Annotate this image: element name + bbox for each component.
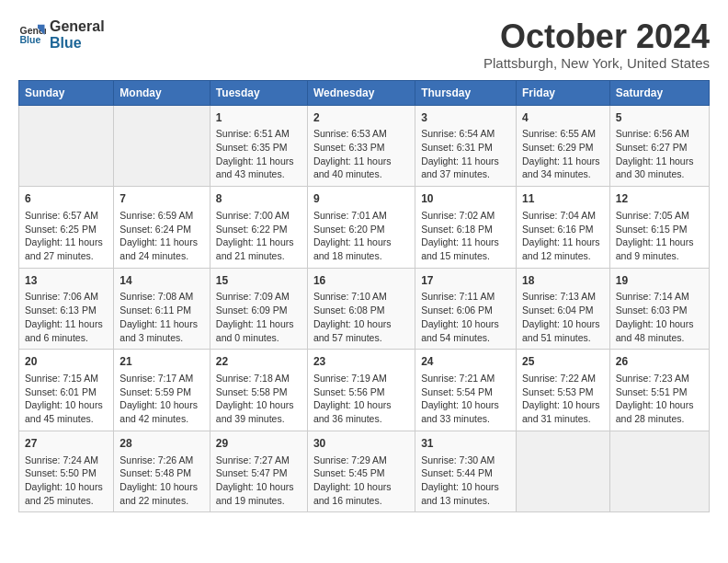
day-number: 30 [313,436,409,452]
calendar-cell: 12Sunrise: 7:05 AM Sunset: 6:15 PM Dayli… [609,187,709,269]
cell-content: Sunrise: 7:30 AM Sunset: 5:44 PM Dayligh… [421,454,510,508]
calendar-cell: 31Sunrise: 7:30 AM Sunset: 5:44 PM Dayli… [415,431,517,512]
cell-content: Sunrise: 7:13 AM Sunset: 6:04 PM Dayligh… [522,290,604,344]
svg-text:Blue: Blue [20,34,41,45]
calendar-week-row: 6Sunrise: 6:57 AM Sunset: 6:25 PM Daylig… [19,187,710,269]
day-number: 4 [522,110,604,126]
day-number: 3 [421,110,510,126]
calendar-cell [114,105,210,187]
calendar-cell: 23Sunrise: 7:19 AM Sunset: 5:56 PM Dayli… [307,350,415,431]
cell-content: Sunrise: 7:19 AM Sunset: 5:56 PM Dayligh… [313,372,409,426]
day-number: 26 [616,354,703,370]
calendar-cell: 5Sunrise: 6:56 AM Sunset: 6:27 PM Daylig… [609,105,709,187]
day-number: 2 [313,110,409,126]
day-of-week-header: Saturday [609,80,709,105]
cell-content: Sunrise: 7:08 AM Sunset: 6:11 PM Dayligh… [119,290,204,344]
day-number: 5 [616,110,703,126]
calendar-cell: 26Sunrise: 7:23 AM Sunset: 5:51 PM Dayli… [609,350,709,431]
cell-content: Sunrise: 6:55 AM Sunset: 6:29 PM Dayligh… [522,127,604,181]
cell-content: Sunrise: 7:05 AM Sunset: 6:15 PM Dayligh… [616,209,703,263]
day-number: 7 [119,191,204,207]
calendar-cell: 14Sunrise: 7:08 AM Sunset: 6:11 PM Dayli… [114,268,210,350]
day-of-week-header: Thursday [415,80,517,105]
cell-content: Sunrise: 7:02 AM Sunset: 6:18 PM Dayligh… [421,209,510,263]
day-number: 8 [216,191,301,207]
cell-content: Sunrise: 6:51 AM Sunset: 6:35 PM Dayligh… [216,127,301,181]
cell-content: Sunrise: 7:24 AM Sunset: 5:50 PM Dayligh… [25,454,108,508]
calendar-cell [19,105,114,187]
day-number: 23 [313,354,409,370]
calendar-cell: 2Sunrise: 6:53 AM Sunset: 6:33 PM Daylig… [307,105,415,187]
calendar-cell: 16Sunrise: 7:10 AM Sunset: 6:08 PM Dayli… [307,268,415,350]
calendar-cell: 3Sunrise: 6:54 AM Sunset: 6:31 PM Daylig… [415,105,517,187]
day-of-week-header: Monday [114,80,210,105]
day-of-week-header: Sunday [19,80,114,105]
calendar-week-row: 1Sunrise: 6:51 AM Sunset: 6:35 PM Daylig… [19,105,710,187]
day-number: 22 [216,354,301,370]
cell-content: Sunrise: 7:10 AM Sunset: 6:08 PM Dayligh… [313,290,409,344]
cell-content: Sunrise: 7:26 AM Sunset: 5:48 PM Dayligh… [119,454,204,508]
calendar-cell: 8Sunrise: 7:00 AM Sunset: 6:22 PM Daylig… [210,187,307,269]
calendar-cell: 22Sunrise: 7:18 AM Sunset: 5:58 PM Dayli… [210,350,307,431]
logo: General Blue General Blue [18,18,105,51]
calendar-cell: 1Sunrise: 6:51 AM Sunset: 6:35 PM Daylig… [210,105,307,187]
day-number: 20 [25,354,108,370]
cell-content: Sunrise: 7:15 AM Sunset: 6:01 PM Dayligh… [25,372,108,426]
calendar-cell: 24Sunrise: 7:21 AM Sunset: 5:54 PM Dayli… [415,350,517,431]
day-number: 13 [25,273,108,289]
day-number: 27 [25,436,108,452]
day-number: 1 [216,110,301,126]
calendar-cell: 29Sunrise: 7:27 AM Sunset: 5:47 PM Dayli… [210,431,307,512]
cell-content: Sunrise: 7:01 AM Sunset: 6:20 PM Dayligh… [313,209,409,263]
logo-icon: General Blue [18,21,46,49]
calendar-header-row: SundayMondayTuesdayWednesdayThursdayFrid… [19,80,710,105]
page-header: General Blue General Blue October 2024 P… [18,18,710,71]
day-number: 24 [421,354,510,370]
cell-content: Sunrise: 7:27 AM Sunset: 5:47 PM Dayligh… [216,454,301,508]
day-number: 15 [216,273,301,289]
calendar-cell: 11Sunrise: 7:04 AM Sunset: 6:16 PM Dayli… [516,187,609,269]
day-number: 16 [313,273,409,289]
cell-content: Sunrise: 6:56 AM Sunset: 6:27 PM Dayligh… [616,127,703,181]
calendar-week-row: 27Sunrise: 7:24 AM Sunset: 5:50 PM Dayli… [19,431,710,512]
cell-content: Sunrise: 6:54 AM Sunset: 6:31 PM Dayligh… [421,127,510,181]
calendar-cell: 13Sunrise: 7:06 AM Sunset: 6:13 PM Dayli… [19,268,114,350]
day-number: 31 [421,436,510,452]
day-number: 11 [522,191,604,207]
day-number: 12 [616,191,703,207]
logo-text-blue: Blue [50,35,105,52]
calendar-cell: 25Sunrise: 7:22 AM Sunset: 5:53 PM Dayli… [516,350,609,431]
cell-content: Sunrise: 7:17 AM Sunset: 5:59 PM Dayligh… [119,372,204,426]
day-number: 29 [216,436,301,452]
day-number: 17 [421,273,510,289]
calendar-cell: 28Sunrise: 7:26 AM Sunset: 5:48 PM Dayli… [114,431,210,512]
calendar-cell [516,431,609,512]
calendar-cell: 4Sunrise: 6:55 AM Sunset: 6:29 PM Daylig… [516,105,609,187]
logo-text-general: General [50,18,105,35]
day-of-week-header: Friday [516,80,609,105]
calendar-cell [609,431,709,512]
day-of-week-header: Wednesday [307,80,415,105]
cell-content: Sunrise: 7:22 AM Sunset: 5:53 PM Dayligh… [522,372,604,426]
cell-content: Sunrise: 7:21 AM Sunset: 5:54 PM Dayligh… [421,372,510,426]
cell-content: Sunrise: 7:11 AM Sunset: 6:06 PM Dayligh… [421,290,510,344]
day-number: 19 [616,273,703,289]
calendar-cell: 18Sunrise: 7:13 AM Sunset: 6:04 PM Dayli… [516,268,609,350]
calendar-table: SundayMondayTuesdayWednesdayThursdayFrid… [18,80,710,513]
cell-content: Sunrise: 6:53 AM Sunset: 6:33 PM Dayligh… [313,127,409,181]
day-number: 14 [119,273,204,289]
calendar-cell: 6Sunrise: 6:57 AM Sunset: 6:25 PM Daylig… [19,187,114,269]
calendar-week-row: 20Sunrise: 7:15 AM Sunset: 6:01 PM Dayli… [19,350,710,431]
cell-content: Sunrise: 7:09 AM Sunset: 6:09 PM Dayligh… [216,290,301,344]
calendar-cell: 17Sunrise: 7:11 AM Sunset: 6:06 PM Dayli… [415,268,517,350]
location-subtitle: Plattsburgh, New York, United States [483,55,710,71]
day-number: 21 [119,354,204,370]
calendar-week-row: 13Sunrise: 7:06 AM Sunset: 6:13 PM Dayli… [19,268,710,350]
calendar-cell: 10Sunrise: 7:02 AM Sunset: 6:18 PM Dayli… [415,187,517,269]
month-title: October 2024 [483,18,710,55]
cell-content: Sunrise: 7:00 AM Sunset: 6:22 PM Dayligh… [216,209,301,263]
title-block: October 2024 Plattsburgh, New York, Unit… [483,18,710,71]
calendar-cell: 30Sunrise: 7:29 AM Sunset: 5:45 PM Dayli… [307,431,415,512]
cell-content: Sunrise: 6:59 AM Sunset: 6:24 PM Dayligh… [119,209,204,263]
day-number: 28 [119,436,204,452]
